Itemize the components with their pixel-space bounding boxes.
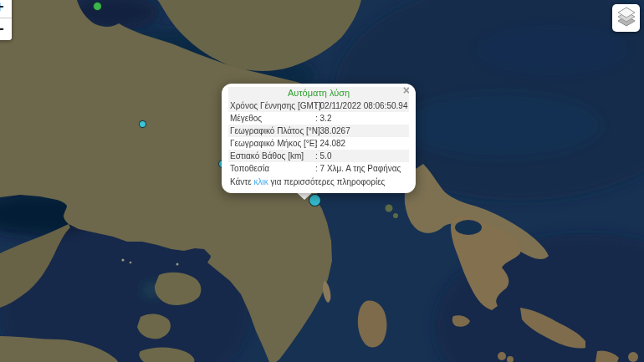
popup-row-depth: Εστιακό Βάθος [km] : 5.0 <box>228 150 409 162</box>
layers-icon <box>616 6 637 31</box>
event-marker-cyan[interactable] <box>139 120 146 128</box>
row-label: Γεωγραφικό Πλάτος [°N] <box>228 125 315 137</box>
popup-footer: Κάντε κλικ για περισσότερες πληροφορίες <box>228 175 409 189</box>
row-value: : 24.082 <box>315 137 409 150</box>
earthquake-popup: × Αυτόματη λύση Χρόνος Γέννησης [GMT] : … <box>222 84 416 193</box>
popup-row-location: Τοποθεσία : 7 Χλμ. Α της Ραφήνας <box>228 162 409 175</box>
row-value: : 5.0 <box>315 150 409 162</box>
zoom-in-button[interactable]: + <box>0 0 12 18</box>
footer-text-pre: Κάντε <box>230 177 254 186</box>
popup-row-latitude: Γεωγραφικό Πλάτος [°N] : 38.0267 <box>228 125 409 137</box>
map-application: × Αυτόματη λύση Χρόνος Γέννησης [GMT] : … <box>0 0 644 362</box>
row-value: : 3.2 <box>315 112 409 125</box>
row-label: Εστιακό Βάθος [km] <box>228 150 315 162</box>
close-icon[interactable]: × <box>403 84 410 96</box>
popup-row-longitude: Γεωγραφικό Μήκος [°E] : 24.082 <box>228 137 409 150</box>
row-value: : 7 Χλμ. Α της Ραφήνας <box>315 162 409 175</box>
row-value: : 38.0267 <box>315 125 409 137</box>
row-label: Τοποθεσία <box>228 162 315 175</box>
popup-row-magnitude: Μέγεθος : 3.2 <box>228 112 409 125</box>
row-label: Μέγεθος <box>228 112 315 125</box>
layers-button[interactable] <box>612 4 640 32</box>
footer-text-post: για περισσότερες πληροφορίες <box>268 177 386 186</box>
event-marker-green[interactable] <box>93 2 102 11</box>
more-info-link[interactable]: κλικ <box>254 177 268 186</box>
row-label: Χρόνος Γέννησης [GMT] <box>228 99 315 112</box>
row-label: Γεωγραφικό Μήκος [°E] <box>228 137 315 150</box>
popup-title: Αυτόματη λύση <box>228 87 409 99</box>
zoom-out-button[interactable]: − <box>0 18 12 40</box>
row-value: : 02/11/2022 08:06:50.94 <box>315 99 409 112</box>
popup-row-origin-time: Χρόνος Γέννησης [GMT] : 02/11/2022 08:06… <box>228 99 409 112</box>
zoom-control: + − <box>0 0 12 40</box>
